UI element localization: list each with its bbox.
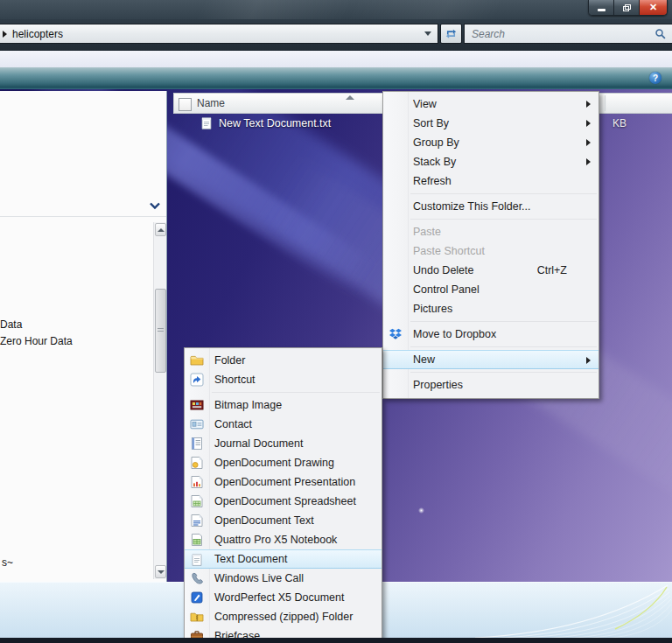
menu-item-label: Windows Live Call (214, 572, 304, 584)
menu-item-view[interactable]: View (383, 94, 598, 114)
menu-item-label: Folder (214, 354, 245, 367)
menu-item-windows-live-call[interactable]: Windows Live Call (185, 569, 382, 588)
menu-item-sort-by[interactable]: Sort By (383, 114, 598, 133)
scroll-down-icon (158, 570, 164, 574)
menu-item-label: Customize This Folder... (413, 200, 531, 213)
menu-item-properties[interactable]: Properties (383, 375, 598, 395)
menu-item-label: Pictures (413, 303, 452, 315)
menu-item-undo-delete[interactable]: Undo DeleteCtrl+Z (383, 261, 598, 280)
submenu-arrow-icon (586, 357, 591, 364)
refresh-button[interactable] (440, 24, 462, 44)
column-separator[interactable] (605, 95, 606, 111)
menu-item-label: Paste Shortcut (413, 245, 485, 257)
menu-separator (410, 193, 597, 194)
menu-item-bitmap-image[interactable]: Bitmap Image (185, 395, 382, 415)
menu-separator (410, 219, 597, 220)
breadcrumb-path[interactable]: helicopters (12, 28, 63, 40)
text-document-icon (200, 116, 214, 130)
contact-icon (190, 417, 204, 431)
text-document-icon (190, 553, 204, 567)
menu-item-journal-document[interactable]: Journal Document (185, 434, 382, 453)
menu-item-label: Bitmap Image (214, 399, 282, 411)
wallpaper-sparkle (418, 507, 424, 514)
menu-item-quattro-pro-x5-notebook[interactable]: Quattro Pro X5 Notebook (185, 530, 382, 549)
menu-separator (410, 372, 597, 373)
menu-item-opendocument-presentation[interactable]: OpenDocument Presentation (185, 472, 382, 492)
new-submenu: FolderShortcutBitmap ImageContactJournal… (184, 347, 382, 643)
menu-item-folder[interactable]: Folder (185, 351, 382, 370)
submenu-arrow-icon (586, 120, 591, 127)
minimize-button[interactable] (589, 0, 614, 15)
select-all-checkbox[interactable] (178, 98, 192, 111)
menu-separator (212, 392, 380, 393)
menu-item-shortcut[interactable]: Shortcut (185, 370, 382, 389)
menu-item-opendocument-drawing[interactable]: OpenDocument Drawing (185, 453, 382, 472)
zip-folder-icon (190, 610, 204, 624)
menu-item-label: Sort By (413, 117, 449, 129)
vertical-scrollbar[interactable] (153, 222, 166, 579)
explorer-window: ✕ helicopters Search ? (0, 0, 672, 643)
titlebar (0, 0, 672, 19)
dropbox-icon (388, 327, 402, 341)
menu-item-stack-by[interactable]: Stack By (383, 152, 598, 171)
opendocument-text-icon (190, 514, 204, 528)
windows-live-call-icon (190, 571, 204, 585)
chevron-down-icon[interactable] (149, 202, 161, 210)
address-bar[interactable]: helicopters (0, 24, 438, 44)
address-dropdown-icon[interactable] (424, 31, 431, 36)
address-row: helicopters Search (0, 19, 672, 51)
list-item[interactable]: Zero Hour Data (0, 333, 149, 350)
menu-item-opendocument-text[interactable]: OpenDocument Text (185, 511, 382, 530)
help-button[interactable]: ? (649, 72, 662, 84)
list-item-fragment: s~ (2, 556, 13, 569)
caption-button-group: ✕ (588, 0, 668, 16)
search-icon[interactable] (654, 28, 667, 40)
refresh-icon (444, 27, 458, 40)
context-menu: ViewSort ByGroup ByStack ByRefreshCustom… (382, 91, 599, 399)
menu-item-paste: Paste (383, 222, 598, 241)
menu-item-control-panel[interactable]: Control Panel (383, 280, 598, 299)
restore-button[interactable] (614, 0, 640, 15)
menu-item-label: OpenDocument Presentation (214, 476, 355, 488)
menu-item-label: Journal Document (214, 437, 303, 450)
file-name: New Text Document.txt (219, 117, 331, 129)
scrollbar-thumb[interactable] (155, 289, 166, 373)
close-button[interactable]: ✕ (640, 0, 667, 15)
menu-item-customize-this-folder[interactable]: Customize This Folder... (383, 197, 598, 216)
menu-item-label: Properties (413, 379, 463, 391)
menu-item-label: Undo Delete (413, 264, 474, 276)
file-size-fragment: KB (612, 117, 626, 129)
menu-item-compressed-zipped-folder[interactable]: Compressed (zipped) Folder (185, 607, 382, 626)
menu-item-label: Move to Dropbox (413, 328, 496, 340)
menu-item-wordperfect-x5-document[interactable]: WordPerfect X5 Document (185, 588, 382, 607)
name-column-header[interactable]: Name (197, 97, 225, 109)
menu-item-new[interactable]: New (383, 350, 598, 369)
menu-item-contact[interactable]: Contact (185, 415, 382, 434)
search-input[interactable]: Search (464, 24, 672, 44)
scroll-down-button[interactable] (155, 565, 166, 578)
menu-separator (410, 346, 597, 347)
opendocument-spreadsheet-icon (190, 494, 204, 508)
shortcut-icon (190, 373, 204, 387)
menu-item-group-by[interactable]: Group By (383, 133, 598, 152)
submenu-arrow-icon (586, 101, 591, 108)
menu-item-pictures[interactable]: Pictures (383, 299, 598, 318)
command-toolbar: ? (0, 67, 672, 89)
scrollbar-grip (158, 328, 164, 333)
menu-item-refresh[interactable]: Refresh (383, 171, 598, 191)
journal-document-icon (190, 437, 204, 451)
menu-item-text-document[interactable]: Text Document (185, 549, 382, 569)
submenu-arrow-icon (586, 158, 591, 165)
list-item[interactable]: Data (0, 317, 149, 333)
menu-item-label: Stack By (413, 156, 456, 168)
sort-ascending-icon[interactable] (346, 95, 354, 100)
menu-item-label: WordPerfect X5 Document (214, 591, 344, 604)
menu-item-label: Control Panel (413, 283, 480, 296)
menu-item-opendocument-spreadsheet[interactable]: OpenDocument Spreadsheet (185, 492, 382, 511)
breadcrumb-arrow-icon[interactable] (3, 31, 7, 38)
scroll-up-button[interactable] (155, 223, 166, 236)
menu-item-label: Contact (214, 418, 252, 430)
screen-bottom-strip (0, 638, 672, 643)
menu-item-label: Refresh (413, 175, 452, 187)
menu-item-move-to-dropbox[interactable]: Move to Dropbox (383, 325, 598, 344)
